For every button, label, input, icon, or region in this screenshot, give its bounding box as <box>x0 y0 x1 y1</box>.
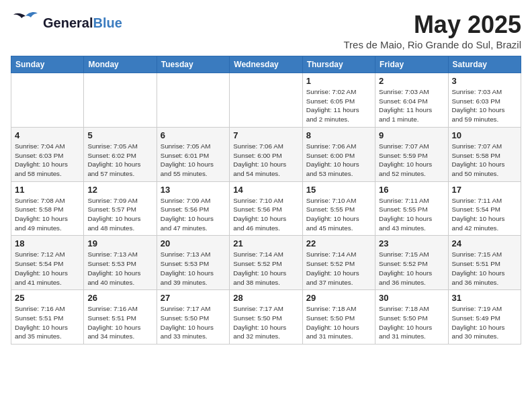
calendar-day: 28Sunrise: 7:17 AM Sunset: 5:50 PM Dayli… <box>230 290 302 345</box>
day-info: Sunrise: 7:13 AM Sunset: 5:53 PM Dayligh… <box>161 250 226 287</box>
day-number: 30 <box>379 293 444 303</box>
day-info: Sunrise: 7:10 AM Sunset: 5:56 PM Dayligh… <box>233 196 298 233</box>
day-info: Sunrise: 7:03 AM Sunset: 6:04 PM Dayligh… <box>379 87 444 124</box>
calendar-week-5: 25Sunrise: 7:16 AM Sunset: 5:51 PM Dayli… <box>11 290 521 345</box>
day-info: Sunrise: 7:08 AM Sunset: 5:58 PM Dayligh… <box>15 196 80 233</box>
day-info: Sunrise: 7:03 AM Sunset: 6:03 PM Dayligh… <box>452 87 517 124</box>
calendar-day: 26Sunrise: 7:16 AM Sunset: 5:51 PM Dayli… <box>84 290 157 345</box>
day-number: 24 <box>452 238 517 248</box>
day-info: Sunrise: 7:14 AM Sunset: 5:52 PM Dayligh… <box>306 250 371 287</box>
logo: GeneralBlue <box>11 11 122 35</box>
weekday-header-thursday: Thursday <box>302 56 375 73</box>
calendar-day <box>11 73 84 128</box>
day-info: Sunrise: 7:13 AM Sunset: 5:53 PM Dayligh… <box>87 250 152 287</box>
calendar-day: 19Sunrise: 7:13 AM Sunset: 5:53 PM Dayli… <box>84 236 157 290</box>
calendar-day: 16Sunrise: 7:11 AM Sunset: 5:55 PM Dayli… <box>375 181 448 236</box>
day-number: 19 <box>87 238 152 248</box>
calendar-day: 20Sunrise: 7:13 AM Sunset: 5:53 PM Dayli… <box>157 236 229 290</box>
day-info: Sunrise: 7:16 AM Sunset: 5:51 PM Dayligh… <box>15 304 80 341</box>
day-number: 21 <box>233 238 298 248</box>
day-info: Sunrise: 7:09 AM Sunset: 5:56 PM Dayligh… <box>161 196 226 233</box>
calendar-day: 1Sunrise: 7:02 AM Sunset: 6:05 PM Daylig… <box>302 73 375 128</box>
day-number: 13 <box>161 185 226 195</box>
calendar-day: 3Sunrise: 7:03 AM Sunset: 6:03 PM Daylig… <box>448 73 521 128</box>
day-number: 12 <box>87 185 152 195</box>
weekday-header-saturday: Saturday <box>448 56 521 73</box>
day-info: Sunrise: 7:07 AM Sunset: 5:59 PM Dayligh… <box>379 142 444 179</box>
title-block: May 2025 Tres de Maio, Rio Grande do Sul… <box>343 11 521 50</box>
weekday-header-sunday: Sunday <box>11 56 84 73</box>
day-info: Sunrise: 7:10 AM Sunset: 5:55 PM Dayligh… <box>306 196 371 233</box>
day-number: 8 <box>306 130 371 140</box>
calendar-day: 9Sunrise: 7:07 AM Sunset: 5:59 PM Daylig… <box>375 127 448 181</box>
calendar-day: 7Sunrise: 7:06 AM Sunset: 6:00 PM Daylig… <box>230 127 302 181</box>
calendar-day: 25Sunrise: 7:16 AM Sunset: 5:51 PM Dayli… <box>11 290 84 345</box>
day-number: 11 <box>15 185 80 195</box>
weekday-header-row: SundayMondayTuesdayWednesdayThursdayFrid… <box>11 56 521 73</box>
logo-icon <box>11 11 40 35</box>
calendar-week-4: 18Sunrise: 7:12 AM Sunset: 5:54 PM Dayli… <box>11 236 521 290</box>
weekday-header-monday: Monday <box>84 56 157 73</box>
calendar-day: 2Sunrise: 7:03 AM Sunset: 6:04 PM Daylig… <box>375 73 448 128</box>
calendar-day: 29Sunrise: 7:18 AM Sunset: 5:50 PM Dayli… <box>302 290 375 345</box>
day-number: 14 <box>233 185 298 195</box>
day-number: 25 <box>15 293 80 303</box>
calendar-body: 1Sunrise: 7:02 AM Sunset: 6:05 PM Daylig… <box>11 73 521 345</box>
day-info: Sunrise: 7:05 AM Sunset: 6:01 PM Dayligh… <box>161 142 226 179</box>
day-info: Sunrise: 7:12 AM Sunset: 5:54 PM Dayligh… <box>15 250 80 287</box>
day-info: Sunrise: 7:15 AM Sunset: 5:52 PM Dayligh… <box>379 250 444 287</box>
weekday-header-wednesday: Wednesday <box>230 56 302 73</box>
calendar-day <box>84 73 157 128</box>
calendar-day: 21Sunrise: 7:14 AM Sunset: 5:52 PM Dayli… <box>230 236 302 290</box>
day-number: 18 <box>15 238 80 248</box>
weekday-header-tuesday: Tuesday <box>157 56 229 73</box>
day-info: Sunrise: 7:09 AM Sunset: 5:57 PM Dayligh… <box>87 196 152 233</box>
month-title: May 2025 <box>343 11 521 39</box>
calendar-day: 13Sunrise: 7:09 AM Sunset: 5:56 PM Dayli… <box>157 181 229 236</box>
calendar-day: 22Sunrise: 7:14 AM Sunset: 5:52 PM Dayli… <box>302 236 375 290</box>
day-number: 5 <box>87 130 152 140</box>
day-info: Sunrise: 7:17 AM Sunset: 5:50 PM Dayligh… <box>233 304 298 341</box>
day-number: 15 <box>306 185 371 195</box>
day-info: Sunrise: 7:15 AM Sunset: 5:51 PM Dayligh… <box>452 250 517 287</box>
calendar-week-3: 11Sunrise: 7:08 AM Sunset: 5:58 PM Dayli… <box>11 181 521 236</box>
day-info: Sunrise: 7:16 AM Sunset: 5:51 PM Dayligh… <box>87 304 152 341</box>
calendar-table: SundayMondayTuesdayWednesdayThursdayFrid… <box>11 56 521 345</box>
calendar-day <box>230 73 302 128</box>
calendar-day: 27Sunrise: 7:17 AM Sunset: 5:50 PM Dayli… <box>157 290 229 345</box>
calendar-day: 11Sunrise: 7:08 AM Sunset: 5:58 PM Dayli… <box>11 181 84 236</box>
day-info: Sunrise: 7:17 AM Sunset: 5:50 PM Dayligh… <box>161 304 226 341</box>
calendar-day: 15Sunrise: 7:10 AM Sunset: 5:55 PM Dayli… <box>302 181 375 236</box>
calendar-header: SundayMondayTuesdayWednesdayThursdayFrid… <box>11 56 521 73</box>
day-info: Sunrise: 7:06 AM Sunset: 6:00 PM Dayligh… <box>233 142 298 179</box>
day-info: Sunrise: 7:18 AM Sunset: 5:50 PM Dayligh… <box>379 304 444 341</box>
day-number: 31 <box>452 293 517 303</box>
calendar-day: 14Sunrise: 7:10 AM Sunset: 5:56 PM Dayli… <box>230 181 302 236</box>
day-info: Sunrise: 7:07 AM Sunset: 5:58 PM Dayligh… <box>452 142 517 179</box>
day-number: 7 <box>233 130 298 140</box>
day-number: 2 <box>379 76 444 86</box>
calendar-day: 4Sunrise: 7:04 AM Sunset: 6:03 PM Daylig… <box>11 127 84 181</box>
logo-blue: Blue <box>93 15 122 30</box>
calendar-day <box>157 73 229 128</box>
day-info: Sunrise: 7:19 AM Sunset: 5:49 PM Dayligh… <box>452 304 517 341</box>
calendar-day: 6Sunrise: 7:05 AM Sunset: 6:01 PM Daylig… <box>157 127 229 181</box>
day-number: 1 <box>306 76 371 86</box>
calendar-day: 18Sunrise: 7:12 AM Sunset: 5:54 PM Dayli… <box>11 236 84 290</box>
day-number: 29 <box>306 293 371 303</box>
day-number: 23 <box>379 238 444 248</box>
day-number: 20 <box>161 238 226 248</box>
page-header: GeneralBlue May 2025 Tres de Maio, Rio G… <box>11 11 521 50</box>
day-info: Sunrise: 7:06 AM Sunset: 6:00 PM Dayligh… <box>306 142 371 179</box>
calendar-day: 23Sunrise: 7:15 AM Sunset: 5:52 PM Dayli… <box>375 236 448 290</box>
day-info: Sunrise: 7:11 AM Sunset: 5:54 PM Dayligh… <box>452 196 517 233</box>
location: Tres de Maio, Rio Grande do Sul, Brazil <box>343 39 521 50</box>
weekday-header-friday: Friday <box>375 56 448 73</box>
day-number: 22 <box>306 238 371 248</box>
day-info: Sunrise: 7:04 AM Sunset: 6:03 PM Dayligh… <box>15 142 80 179</box>
day-number: 6 <box>161 130 226 140</box>
calendar-day: 31Sunrise: 7:19 AM Sunset: 5:49 PM Dayli… <box>448 290 521 345</box>
day-info: Sunrise: 7:05 AM Sunset: 6:02 PM Dayligh… <box>87 142 152 179</box>
calendar-day: 5Sunrise: 7:05 AM Sunset: 6:02 PM Daylig… <box>84 127 157 181</box>
calendar-day: 12Sunrise: 7:09 AM Sunset: 5:57 PM Dayli… <box>84 181 157 236</box>
